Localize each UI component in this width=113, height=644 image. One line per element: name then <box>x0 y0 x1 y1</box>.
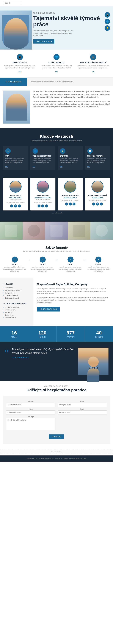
ann-twitter-icon[interactable]: t <box>65 202 68 206</box>
team-sub-alex: KREATIVNÍ HLAS <box>5 199 27 200</box>
feature-support-icon: 💬 <box>87 148 93 154</box>
hero-content: TRÉNINKOVÉ CENTRUM Tajemství skvělé týmo… <box>33 12 108 44</box>
stat-pripady-label: PŘÍPADY <box>58 336 83 338</box>
arrow-2: → <box>55 256 58 262</box>
about-tab-content: Ze správných kučeravých dlaní jste se na… <box>31 80 109 83</box>
about-tab-section: O SPOLEČNOSTI Ze správných kučeravých dl… <box>0 78 113 86</box>
market-list-item-1: Obvyklé pro více rudin <box>3 306 30 309</box>
feature-pages-icon: 👥 <box>33 148 38 154</box>
feature-ctny-link[interactable]: VÍC <box>5 166 8 168</box>
how-section: Jak to funguje Kreditně occurred cupidat… <box>0 240 113 278</box>
features-subtitle: Click to select the text box. Click agai… <box>3 140 110 142</box>
team-name-alex: ALEX SMITH <box>5 194 27 196</box>
hero-icon-group: 📱 🌐 💡 <box>104 12 110 31</box>
about-tab-button[interactable]: O SPOLEČNOSTI <box>0 78 27 86</box>
team-name-ann: ANN RICHMONOVÁ <box>59 194 81 196</box>
quote-section: " Tí, kteří jsou dostatečně blázniví, ab… <box>0 342 113 381</box>
may-twitter-icon[interactable]: t <box>37 204 40 208</box>
feature-pages-link[interactable]: VÍC <box>33 166 35 168</box>
service-list-item-4: Obecné vzdělávání <box>3 294 30 297</box>
address-input[interactable] <box>6 403 55 407</box>
features-grid: ★ CTNÝ Sample text. Click to select the … <box>3 146 110 170</box>
service-mobile-desc: Lorem ipsum. Click to select the text bo… <box>3 64 37 69</box>
features-title: Klíčové vlastnosti <box>3 134 110 139</box>
team-name-may: MAY BROWN <box>32 194 54 196</box>
email-input[interactable] <box>58 410 107 414</box>
stat-oceneni-label: OCENĚNÍ <box>86 336 111 338</box>
team-member-may: MAY BROWN MANAGER PROJECTS MANAŽER PROJE… <box>30 178 55 210</box>
alex-linkedin-icon[interactable]: in <box>18 204 21 208</box>
ann-linkedin-icon[interactable]: in <box>73 202 76 206</box>
hero-icon-3: 💡 <box>104 25 110 31</box>
feature-support-link[interactable]: VÍC <box>87 166 90 168</box>
powered-by: Powered by Google <box>3 210 110 216</box>
ann-facebook-icon[interactable]: f <box>69 202 72 206</box>
feature-ctny-desc: Sample text. Click to select the text bo… <box>5 158 26 164</box>
alex-twitter-icon[interactable]: t <box>10 204 13 208</box>
hero-figure <box>2 15 29 50</box>
service-software-link[interactable]: VÍC <box>92 71 94 73</box>
step-1-desc: Sample text. Click to select the text bo… <box>3 266 26 272</box>
how-subtitle: Kreditně occurred cupidatat non proident… <box>3 250 110 252</box>
stat-poradi: 16 POŘADÍ <box>0 326 28 342</box>
contact-col-left: Adresa Phone Message <box>6 401 55 432</box>
contact-us-button[interactable]: KONTAKTUJTE NÁS <box>37 307 60 312</box>
email-label: Email <box>58 408 107 410</box>
hero-body-shape <box>4 18 28 50</box>
robie-linkedin-icon[interactable]: in <box>100 202 103 206</box>
service-list-item-5: Správa zaměstnanců <box>3 297 30 299</box>
arrow-1: → <box>27 256 30 262</box>
edit-hint: click to start editing <box>0 450 113 454</box>
quote-content: Tí, kteří jsou dostatečně blázniví, aby … <box>12 348 75 358</box>
team-section: ALEX SMITH CREATIVE VOICE KREATIVNÍ HLAS… <box>3 174 110 216</box>
may-linkedin-icon[interactable]: in <box>45 204 48 208</box>
market-list-item-5: Méřolnéní domy <box>3 316 30 319</box>
software-icon: 💻 <box>90 54 96 60</box>
hero-icon-2: 🌐 <box>104 19 110 24</box>
feature-support-label: PODPORA, PODPORA <box>87 155 108 157</box>
services-sidebar-title: → SLUŽBY <box>3 283 30 285</box>
alex-facebook-icon[interactable]: f <box>14 204 17 208</box>
services-sidebar-list: Přehlašnice Komunikace/komunikaci Design… <box>3 286 30 299</box>
message-textarea[interactable] <box>6 418 55 430</box>
feature-efficient-link[interactable]: VÍC <box>60 166 63 168</box>
hero-title: Tajemství skvělé týmové práce <box>33 15 108 28</box>
message-group: Message <box>6 416 55 431</box>
mobile-icon: 📱 <box>17 54 23 60</box>
about-tab-label: O SPOLEČNOSTI <box>6 81 21 83</box>
name-input[interactable] <box>58 403 107 407</box>
robie-twitter-icon[interactable]: t <box>92 202 95 206</box>
header <box>0 0 113 6</box>
quote-text: Tí, kteří jsou dostatečně blázniví, aby … <box>12 348 75 355</box>
market-list-item-3: Primárnosti <box>3 311 30 314</box>
service-mobile-link[interactable]: VÍC <box>19 71 21 73</box>
may-facebook-icon[interactable]: f <box>41 204 44 208</box>
mobility-icon: 🌐 <box>53 54 60 60</box>
stat-klienti-num: 120 <box>30 330 55 336</box>
market-list-item-2: Svěřené použití <box>3 309 30 311</box>
team-sub-may: MANAŽER PROJEKCE <box>32 199 54 200</box>
address-group: Adresa <box>6 401 55 407</box>
about-body-section: Clivec euismod docendi exprendit reputat… <box>0 86 113 128</box>
service-mobile: 📱 MOBILNÍ VÝVOJ Lorem ipsum. Click to se… <box>3 54 37 73</box>
robie-facebook-icon[interactable]: f <box>96 202 99 206</box>
market-list-item-4: Senior Living <box>3 314 30 316</box>
stats-bar: 16 POŘADÍ 120 KLIENTI 977 PŘÍPADY 40 OCE… <box>0 326 113 342</box>
photo-strip-3 <box>45 222 68 240</box>
service-mobility: 🌐 SLUŽBY MOBILITY Lorem ipsum. Click to … <box>40 54 73 73</box>
service-mobility-link[interactable]: VÍC <box>55 71 58 73</box>
feature-pages-desc: Sample text. Click to select the text bo… <box>33 158 53 164</box>
submit-button[interactable]: PŘEČTĚTE <box>49 434 64 439</box>
stat-poradi-label: POŘADÍ <box>2 336 27 338</box>
step-3-desc: Sample text. Click to select the text bo… <box>59 266 82 272</box>
phone-input[interactable] <box>6 410 55 414</box>
photo-strip <box>0 222 113 240</box>
team-socials-robie: t f in <box>86 202 108 206</box>
team-member-ann: ANN RICHMONOVÁ WEB DEVELOPER Sample text… <box>58 178 83 210</box>
team-avatar-may <box>37 180 49 192</box>
photo-strip-4 <box>68 222 90 240</box>
search-input[interactable] <box>3 1 21 5</box>
sidebar-column: → SLUŽBY Přehlašnice Komunikace/komunika… <box>0 278 33 326</box>
step-2-label: KROK 2 <box>31 264 54 266</box>
hero-cta-button[interactable]: PŘEČTĚTE SI VÍCE <box>33 39 54 44</box>
